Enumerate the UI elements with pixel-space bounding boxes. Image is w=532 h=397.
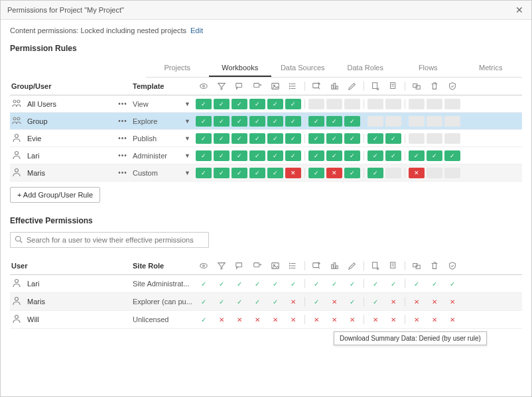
rule-row[interactable]: Evie•••Publish▼✓✓✓✓✓✓✓✓✓✓✓	[10, 130, 522, 147]
template-select[interactable]: Publish▼	[133, 135, 196, 142]
perm-cell[interactable]: ✓	[214, 133, 230, 144]
perm-cell[interactable]: ✓	[285, 150, 301, 161]
search-input[interactable]	[27, 236, 204, 244]
edit-link[interactable]: Edit	[190, 27, 203, 34]
perm-cell[interactable]: ✕	[409, 168, 425, 178]
perm-cell[interactable]: ✕	[285, 168, 301, 178]
perm-cell[interactable]: ✓	[308, 133, 324, 144]
rule-row[interactable]: Group•••Explore▼✓✓✓✓✓✓✓✓✓	[10, 113, 522, 130]
row-actions-button[interactable]: •••	[113, 100, 133, 107]
perm-cell[interactable]	[444, 116, 460, 127]
tab-workbooks[interactable]: Workbooks	[209, 60, 272, 77]
perm-cell[interactable]	[409, 133, 425, 144]
close-icon[interactable]: ✕	[514, 5, 525, 15]
perm-cell[interactable]	[367, 116, 383, 127]
add-group-user-button[interactable]: + Add Group/User Rule	[10, 187, 100, 203]
tab-data-roles[interactable]: Data Roles	[334, 60, 397, 77]
perm-cell[interactable]: ✓	[308, 150, 324, 161]
perm-cell[interactable]	[367, 99, 383, 109]
perm-cell[interactable]	[385, 99, 401, 109]
perm-cell[interactable]: ✓	[267, 150, 283, 161]
perm-cell[interactable]	[385, 168, 401, 178]
perm-cell[interactable]	[427, 99, 442, 109]
perm-cell[interactable]: ✓	[385, 133, 401, 144]
perm-cell[interactable]: ✓	[196, 168, 212, 178]
perm-cell[interactable]: ✓	[344, 133, 360, 144]
perm-cell[interactable]: ✕	[326, 168, 342, 178]
perm-cell[interactable]: ✓	[344, 150, 360, 161]
perm-cell[interactable]: ✓	[444, 150, 460, 161]
perm-cell[interactable]: ✓	[232, 150, 247, 161]
row-actions-button[interactable]: •••	[113, 152, 133, 159]
perm-cell[interactable]	[409, 99, 425, 109]
tab-flows[interactable]: Flows	[397, 60, 460, 77]
perm-cell[interactable]: ✓	[214, 116, 230, 127]
perm-cell[interactable]: ✓	[232, 116, 247, 127]
perm-cell[interactable]: ✓	[285, 116, 301, 127]
perm-cell[interactable]: ✓	[249, 99, 265, 109]
perm-cell[interactable]: ✓	[196, 133, 212, 144]
perm-cell[interactable]: ✓	[326, 133, 342, 144]
perm-cell[interactable]: ✓	[344, 168, 360, 178]
perm-cell[interactable]: ✓	[308, 116, 324, 127]
perm-cell[interactable]: ✓	[367, 150, 383, 161]
perm-cell[interactable]: ✓	[326, 116, 342, 127]
tab-projects[interactable]: Projects	[146, 60, 209, 77]
perm-cell[interactable]: ✓	[326, 150, 342, 161]
perm-cell[interactable]: ✓	[285, 99, 301, 109]
perm-cell[interactable]: ✓	[196, 150, 212, 161]
perm-cell[interactable]: ✓	[249, 133, 265, 144]
perm-cell[interactable]: ✓	[196, 116, 212, 127]
rule-row[interactable]: Maris•••Custom▼✓✓✓✓✓✕✓✕✓✓✕	[10, 164, 522, 182]
template-select[interactable]: View▼	[133, 100, 196, 108]
search-box[interactable]	[10, 232, 209, 248]
rule-row[interactable]: All Users•••View▼✓✓✓✓✓✓	[10, 95, 522, 113]
perm-cell[interactable]: ✓	[267, 116, 283, 127]
perm-cell[interactable]: ✓	[267, 168, 283, 178]
perm-cell[interactable]: ✓	[249, 116, 265, 127]
perm-cell[interactable]	[427, 116, 442, 127]
perm-cell[interactable]: ✓	[367, 133, 383, 144]
rule-row[interactable]: Lari•••Administer▼✓✓✓✓✓✓✓✓✓✓✓✓✓✓	[10, 147, 522, 164]
perm-cell[interactable]	[427, 168, 442, 178]
perm-cell[interactable]: ✓	[214, 150, 230, 161]
template-select[interactable]: Explore▼	[133, 117, 196, 125]
perm-cell[interactable]: ✓	[214, 99, 230, 109]
perm-cell[interactable]: ✓	[249, 168, 265, 178]
perm-cell[interactable]	[344, 99, 360, 109]
effective-row[interactable]: WillUnlicensed✓✕✕✕✕✕✕✕✕✕✕✕✕✕	[10, 311, 522, 329]
perm-cell[interactable]	[308, 99, 324, 109]
perm-cell[interactable]: ✓	[232, 133, 247, 144]
perm-cell[interactable]: ✓	[249, 150, 265, 161]
perm-cell[interactable]: ✓	[214, 168, 230, 178]
tab-data-sources[interactable]: Data Sources	[271, 60, 334, 77]
effective-row[interactable]: MarisExplorer (can pu...✓✓✓✓✓✕✓✕✓✓✕✕✕✕	[10, 293, 522, 311]
perm-cell[interactable]	[444, 168, 460, 178]
perm-cell[interactable]: ✓	[427, 150, 442, 161]
perm-cell[interactable]: ✓	[196, 99, 212, 109]
perm-cell[interactable]: ✓	[267, 133, 283, 144]
perm-cell[interactable]	[385, 116, 401, 127]
tab-metrics[interactable]: Metrics	[460, 60, 523, 77]
perm-cell[interactable]: ✓	[267, 99, 283, 109]
perm-cell[interactable]: ✓	[409, 150, 425, 161]
perm-cell[interactable]: ✓	[367, 168, 383, 178]
row-actions-button[interactable]: •••	[113, 135, 133, 142]
row-actions-button[interactable]: •••	[113, 117, 133, 125]
template-select[interactable]: Administer▼	[133, 152, 196, 160]
perm-cell[interactable]: ✓	[385, 150, 401, 161]
perm-cell[interactable]: ✓	[285, 133, 301, 144]
perm-cell[interactable]	[427, 133, 442, 144]
perm-cell[interactable]	[444, 133, 460, 144]
perm-cell[interactable]: ✓	[344, 116, 360, 127]
perm-cell[interactable]: ✓	[308, 168, 324, 178]
perm-cell[interactable]: ✓	[232, 168, 247, 178]
template-select[interactable]: Custom▼	[133, 169, 196, 177]
perm-cell[interactable]	[409, 116, 425, 127]
effective-perm-cell: ✓	[308, 295, 324, 308]
perm-cell[interactable]	[326, 99, 342, 109]
effective-row[interactable]: LariSite Administrat...✓✓✓✓✓✓✓✓✓✓✓✓✓✓	[10, 275, 522, 293]
perm-cell[interactable]	[444, 99, 460, 109]
row-actions-button[interactable]: •••	[113, 169, 133, 176]
perm-cell[interactable]: ✓	[232, 99, 247, 109]
